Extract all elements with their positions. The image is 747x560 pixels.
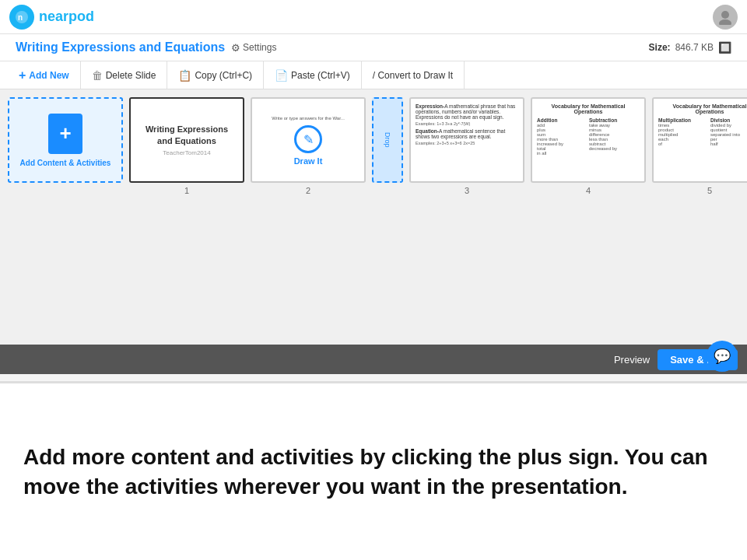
slide-4-col2-title: Subtraction: [589, 117, 640, 123]
slide-1-num: 1: [184, 186, 189, 195]
svg-text:n: n: [18, 13, 23, 22]
slide-4-wrapper: Vocabulary for Mathematical Operations A…: [531, 97, 646, 195]
slide-3-wrapper: Expression-A mathematical phrase that ha…: [409, 97, 524, 195]
slide-1-content: Writing Expressions and Equations Teache…: [131, 99, 243, 181]
drop-zone-label: Drop: [384, 132, 391, 148]
svg-point-2: [721, 11, 729, 19]
user-avatar[interactable]: [713, 5, 738, 30]
slide-1-title: Writing Expressions and Equations: [137, 124, 237, 146]
drop-zone: Drop: [372, 97, 403, 183]
slide-3-expr-title: Expression-A mathematical phrase that ha…: [416, 103, 518, 120]
add-content-wrapper: + Add Content & Activities: [8, 97, 123, 183]
settings-icon: ⚙: [231, 42, 240, 54]
delete-slide-label: Delete Slide: [106, 70, 156, 81]
delete-slide-button[interactable]: 🗑 Delete Slide: [81, 61, 168, 89]
size-icon: 🔲: [718, 41, 731, 54]
slide-5-num: 5: [707, 186, 712, 195]
editor-area: Writing Expressions and Equations ⚙ Sett…: [0, 34, 747, 381]
slide-3-eq-example: Examples: 2+3+5 x+3=6 2x=25: [416, 141, 518, 145]
slide-3-thumb[interactable]: Expression-A mathematical phrase that ha…: [409, 97, 524, 183]
slide-4-grid: Addition add plus sum more than increase…: [537, 117, 640, 156]
add-new-label: Add New: [29, 70, 68, 81]
slide-1-thumb[interactable]: Writing Expressions and Equations Teache…: [129, 97, 244, 183]
slide-5-col1-title: Multiplication: [658, 117, 709, 123]
paste-label: Paste (Ctrl+V): [291, 70, 350, 81]
delete-icon: 🗑: [92, 69, 103, 82]
convert-button[interactable]: / Convert to Draw It: [362, 61, 465, 89]
slide-2-thumb[interactable]: Write or type answers for the War... ✎ D…: [251, 97, 366, 183]
vocab-item: half: [710, 142, 747, 146]
slide-5-col2: Division divided by quotient separated i…: [710, 117, 747, 146]
caption-area: Add more content and activities by click…: [0, 381, 747, 560]
title-right: Size: 846.7 KB 🔲: [649, 41, 731, 54]
slide-5-wrapper: Vocabulary for Mathematical Operations M…: [652, 97, 747, 195]
paste-button[interactable]: 📄 Paste (Ctrl+V): [264, 61, 362, 89]
plus-icon: +: [19, 68, 26, 82]
slide-2-wrapper: Write or type answers for the War... ✎ D…: [251, 97, 366, 195]
title-left: Writing Expressions and Equations ⚙ Sett…: [16, 40, 276, 54]
slide-3-expr-example: Examples: 1+3 3+a 2y²-7(W): [416, 121, 518, 126]
add-new-button[interactable]: + Add New: [8, 61, 81, 89]
chat-icon: 💬: [714, 348, 731, 365]
presentation-title: Writing Expressions and Equations: [16, 40, 225, 54]
title-bar: Writing Expressions and Equations ⚙ Sett…: [0, 34, 747, 61]
nearpod-logo-text: nearpod: [39, 9, 94, 25]
slide-5-grid: Multiplication times product multiplied …: [658, 117, 747, 146]
slide-2-num: 2: [306, 186, 310, 195]
chat-bubble-button[interactable]: 💬: [707, 341, 738, 372]
paste-icon: 📄: [275, 69, 288, 82]
slide-1-wrapper: Writing Expressions and Equations Teache…: [129, 97, 244, 195]
slide-1-author: TeacherTom2014: [163, 149, 210, 156]
slide-4-content: Vocabulary for Mathematical Operations A…: [532, 99, 644, 160]
slides-container: + Add Content & Activities Writing Expre…: [0, 89, 747, 345]
slide-4-thumb[interactable]: Vocabulary for Mathematical Operations A…: [531, 97, 646, 183]
copy-icon: 📋: [178, 69, 191, 82]
bottom-bar: Preview Save & Exit: [0, 345, 747, 374]
vocab-item: in all: [537, 151, 587, 156]
slide-3-num: 3: [465, 186, 469, 195]
size-value: 846.7 KB: [675, 42, 714, 53]
app-bar: n nearpod: [0, 0, 747, 34]
add-content-icon: +: [48, 114, 82, 154]
slide-2-pencil-icon: ✎: [294, 125, 322, 153]
slide-4-col1-title: Addition: [537, 117, 587, 123]
copy-label: Copy (Ctrl+C): [195, 70, 252, 81]
slide-5-content: Vocabulary for Mathematical Operations M…: [654, 99, 747, 151]
slide-3-content: Expression-A mathematical phrase that ha…: [411, 99, 523, 150]
add-content-slide[interactable]: + Add Content & Activities: [8, 97, 123, 183]
slide-4-title: Vocabulary for Mathematical Operations: [537, 103, 640, 114]
slide-4-col2: Subtraction take away minus difference l…: [589, 117, 640, 156]
slide-3-eq-title: Equation-A mathematical sentence that sh…: [416, 128, 518, 139]
slide-5-thumb[interactable]: Vocabulary for Mathematical Operations M…: [652, 97, 747, 183]
slide-2-top-text: Write or type answers for the War...: [270, 114, 346, 122]
vocab-item: decreased by: [589, 146, 640, 151]
settings-button[interactable]: ⚙ Settings: [231, 42, 276, 54]
settings-label: Settings: [243, 42, 276, 53]
copy-button[interactable]: 📋 Copy (Ctrl+C): [167, 61, 264, 89]
slide-2-drawit-label: Draw It: [294, 156, 323, 166]
size-label-text: Size:: [649, 42, 671, 53]
slide-4-num: 4: [586, 186, 591, 195]
add-content-label: Add Content & Activities: [20, 159, 111, 167]
slide-4-col1: Addition add plus sum more than increase…: [537, 117, 587, 156]
slide-5-col1: Multiplication times product multiplied …: [658, 117, 709, 146]
slide-5-col2-title: Division: [710, 117, 747, 123]
slide-5-title: Vocabulary for Mathematical Operations: [658, 103, 747, 114]
svg-point-3: [719, 19, 731, 25]
caption-text: Add more content and activities by click…: [23, 443, 724, 502]
vocab-item: of: [658, 142, 709, 146]
nearpod-logo-icon: n: [9, 5, 34, 30]
slide-2-content: Write or type answers for the War... ✎ D…: [252, 99, 364, 181]
convert-label: / Convert to Draw It: [373, 70, 453, 81]
preview-button[interactable]: Preview: [614, 354, 650, 366]
toolbar: + Add New 🗑 Delete Slide 📋 Copy (Ctrl+C)…: [0, 61, 747, 89]
logo-area: n nearpod: [9, 5, 94, 30]
